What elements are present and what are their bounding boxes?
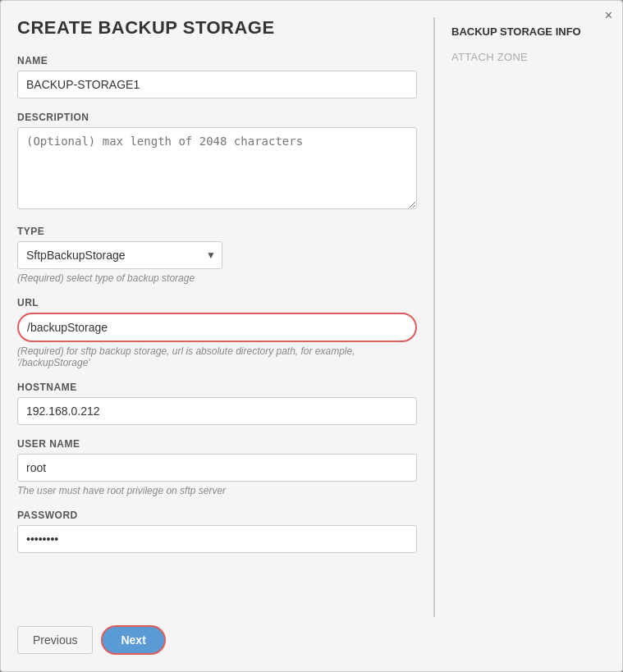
name-field-group: NAME [17,55,417,98]
name-label: NAME [17,55,417,66]
url-hint: (Required) for sftp backup storage, url … [17,345,417,368]
dialog-title: CREATE BACKUP STORAGE [17,17,417,39]
description-field-group: DESCRIPTION [17,112,417,213]
password-input[interactable] [17,525,417,553]
description-label: DESCRIPTION [17,112,417,123]
description-textarea[interactable] [17,127,417,209]
username-field-group: USER NAME The user must have root privil… [17,438,417,496]
create-backup-storage-dialog: × CREATE BACKUP STORAGE NAME DESCRIPTION… [0,0,623,672]
previous-button[interactable]: Previous [17,626,93,654]
main-panel: CREATE BACKUP STORAGE NAME DESCRIPTION T… [1,17,433,617]
type-select-wrapper: SftpBackupStorage ▼ [17,241,222,269]
url-field-group: URL (Required) for sftp backup storage, … [17,297,417,368]
url-input[interactable] [17,313,417,342]
sidebar-attach-zone[interactable]: ATTACH ZONE [451,51,606,63]
username-hint: The user must have root privilege on sft… [17,485,417,496]
close-button[interactable]: × [605,9,612,22]
username-input[interactable] [17,454,417,482]
url-label: URL [17,297,417,309]
sidebar-backup-storage-info[interactable]: BACKUP STORAGE INFO [451,25,606,38]
type-label: TYPE [17,226,417,237]
type-field-group: TYPE SftpBackupStorage ▼ (Required) sele… [17,226,417,284]
url-input-wrapper [17,313,417,342]
password-label: PASSWORD [17,510,417,521]
next-button[interactable]: Next [101,625,165,655]
hostname-input[interactable] [17,397,417,425]
sidebar-panel: BACKUP STORAGE INFO ATTACH ZONE [433,17,622,617]
password-field-group: PASSWORD [17,510,417,553]
type-select[interactable]: SftpBackupStorage [17,241,222,269]
username-label: USER NAME [17,438,417,450]
hostname-label: HOSTNAME [17,382,417,393]
type-hint: (Required) select type of backup storage [17,272,417,284]
dialog-footer: Previous Next [1,617,622,671]
name-input[interactable] [17,71,417,98]
hostname-field-group: HOSTNAME [17,382,417,425]
